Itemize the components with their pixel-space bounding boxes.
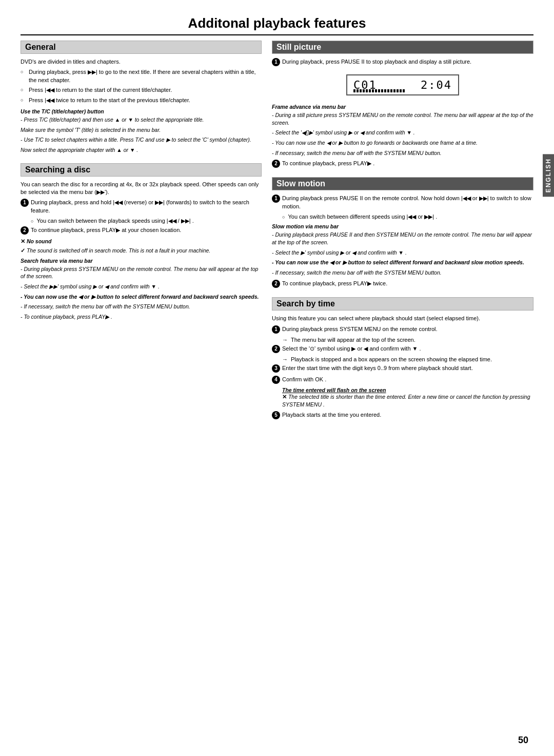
slow-step-2-text: To continue playback, press PLAY▶ twice.: [282, 280, 533, 287]
english-tab: ENGLISH: [543, 154, 554, 197]
slow-step-1-sub: You can switch between different speeds …: [282, 214, 533, 220]
tc-line-1: - Press T/C (title/chapter) and then use…: [21, 116, 262, 124]
sf-line-5: - To continue playback, press PLAY▶ .: [21, 313, 262, 321]
general-header: General: [21, 41, 262, 54]
sf-line-2: - Select the ▶▶' symbol using ▶ or ◀ and…: [21, 283, 262, 290]
no-sound-box: No sound The sound is switched off in se…: [21, 238, 262, 254]
searching-header: Searching a disc: [21, 163, 262, 177]
search-step-1-text: During playback, press and hold |◀◀ (rev…: [31, 199, 262, 215]
fa-line-1: - During a still picture press SYSTEM ME…: [272, 111, 533, 126]
fa-line-2: - Select the '◀[]▶' symbol using ▶ or ◀ …: [272, 129, 533, 137]
still-picture-section: Still picture 1 During playback, press P…: [272, 41, 533, 168]
sbt-step-2-text: Select the '⊙' symbol using ▶ or ◀ and c…: [282, 345, 533, 353]
tc-line-3: - Use T/C to select chapters within a ti…: [21, 136, 262, 144]
sbt-step-2: 2 Select the '⊙' symbol using ▶ or ◀ and…: [272, 345, 533, 353]
fa-line-3: - You can now use the ◀ or ▶ button to g…: [272, 139, 533, 147]
sf-line-3: - You can now use the ◀ or ▶ button to s…: [21, 293, 262, 301]
time-entered-title: The time entered will flash on the scree…: [282, 387, 533, 393]
no-sound-title: No sound: [21, 238, 262, 245]
time-entered-box: The time entered will flash on the scree…: [282, 387, 533, 408]
tc-line-2: Make sure the symbol 'T' (title) is sele…: [21, 126, 262, 134]
frame-advance-box: Frame advance via menu bar - During a st…: [272, 104, 533, 157]
sbt-step-3: 3 Enter the start time with the digit ke…: [272, 364, 533, 373]
step-num-1: 1: [21, 199, 29, 207]
sbt-step-num-1: 1: [272, 325, 280, 334]
search-by-time-section: Search by time Using this feature you ca…: [272, 297, 533, 420]
page-number: 50: [518, 735, 528, 746]
slow-motion-section: Slow motion 1 During playback press PAUS…: [272, 177, 533, 287]
sf-line-4: - If necessary, switch the menu bar off …: [21, 303, 262, 311]
search-by-time-header: Search by time: [272, 297, 533, 311]
sm-line-1: - During playback press PAUSE II and the…: [272, 231, 533, 246]
sbt-step-num-5: 5: [272, 411, 280, 419]
search-feature-box: Search feature via menu bar - During pla…: [21, 258, 262, 321]
still-step-1: 1 During playback, press PAUSE II to sto…: [272, 58, 533, 66]
general-bullet-1: During playback, press ▶▶| to go to the …: [21, 68, 262, 84]
search-step-1: 1 During playback, press and hold |◀◀ (r…: [21, 199, 262, 215]
sf-line-1: - During playback press SYSTEM MENU on t…: [21, 265, 262, 280]
still-picture-header: Still picture: [272, 41, 533, 54]
left-column: General DVD's are divided in titles and …: [21, 41, 262, 429]
display-right: 2:04: [421, 79, 452, 91]
general-section: General DVD's are divided in titles and …: [21, 41, 262, 154]
sbt-step-2-arrow: Playback is stopped and a box appears on…: [282, 356, 533, 362]
sbt-step-1-text: During playback press SYSTEM MENU on the…: [282, 325, 533, 333]
search-step-1-sub-text: You can switch between the playback spee…: [36, 218, 193, 224]
general-intro: DVD's are divided in titles and chapters…: [21, 58, 262, 66]
slow-motion-header: Slow motion: [272, 177, 533, 190]
still-step-num-2: 2: [272, 160, 280, 168]
sbt-step-5-text: Playback starts at the time you entered.: [282, 411, 533, 419]
slow-step-num-2: 2: [272, 280, 280, 288]
sm-line-3: - You can now use the ◀ or ▶ button to s…: [272, 259, 533, 266]
searching-intro: You can search the disc for a recording …: [21, 181, 262, 197]
sbt-step-1: 1 During playback press SYSTEM MENU on t…: [272, 325, 533, 334]
sbt-step-4: 4 Confirm with OK .: [272, 376, 533, 384]
slow-step-1-sub-text: You can switch between different speeds …: [288, 214, 437, 220]
still-step-1-text: During playback, press PAUSE II to stop …: [282, 58, 533, 66]
sbt-step-1-arrow-text: The menu bar will appear at the top of t…: [291, 337, 416, 343]
general-bullets: During playback, press ▶▶| to go to the …: [21, 68, 262, 104]
sbt-step-2-arrow-text: Playback is stopped and a box appears on…: [291, 356, 492, 362]
sbt-step-4-text: Confirm with OK .: [282, 376, 533, 383]
time-entered-note: The selected title is shorter than the t…: [282, 393, 533, 408]
sbt-step-5: 5 Playback starts at the time you entere…: [272, 411, 533, 419]
sbt-step-num-2: 2: [272, 345, 280, 353]
fa-line-4: - If necessary, switch the menu bar off …: [272, 149, 533, 157]
tc-line-4: Now select the appropriate chapter with …: [21, 146, 262, 154]
sbt-intro: Using this feature you can select where …: [272, 315, 533, 322]
still-step-2: 2 To continue playback, press PLAY▶ .: [272, 160, 533, 168]
still-step-num-1: 1: [272, 58, 280, 66]
slow-step-1-text: During playback press PAUSE II on the re…: [282, 195, 533, 210]
slow-step-1: 1 During playback press PAUSE II on the …: [272, 195, 533, 210]
right-column: Still picture 1 During playback, press P…: [272, 41, 533, 429]
step-num-2: 2: [21, 226, 29, 235]
tc-button-title: Use the T/C (title/chapter) button: [21, 108, 262, 114]
search-step-2-text: To continue playback, press PLAY▶ at you…: [31, 226, 262, 234]
search-step-2: 2 To continue playback, press PLAY▶ at y…: [21, 226, 262, 235]
slow-step-num-1: 1: [272, 195, 280, 203]
sbt-step-1-arrow: The menu bar will appear at the top of t…: [282, 337, 533, 343]
slow-step-2: 2 To continue playback, press PLAY▶ twic…: [272, 280, 533, 288]
slow-motion-box-title: Slow motion via menu bar: [272, 223, 533, 229]
tc-button-box: Use the T/C (title/chapter) button - Pre…: [21, 108, 262, 154]
still-display: C01 2:04: [346, 74, 459, 95]
still-step-2-text: To continue playback, press PLAY▶ .: [282, 160, 533, 167]
general-bullet-2: Press |◀◀ to return to the start of the …: [21, 86, 262, 94]
general-bullet-3: Press |◀◀ twice to return to the start o…: [21, 96, 262, 104]
search-step-1-sub: You can switch between the playback spee…: [31, 218, 262, 224]
sbt-step-3-text: Enter the start time with the digit keys…: [282, 364, 533, 372]
searching-section: Searching a disc You can search the disc…: [21, 163, 262, 321]
sm-line-4: - If necessary, switch the menu bar off …: [272, 269, 533, 277]
sm-line-2: - Select the ▶' symbol using ▶ or ◀ and …: [272, 249, 533, 257]
slow-motion-box: Slow motion via menu bar - During playba…: [272, 223, 533, 276]
frame-advance-title: Frame advance via menu bar: [272, 104, 533, 110]
progress-bars: [353, 89, 405, 92]
page: ENGLISH Additonal playback features Gene…: [0, 0, 554, 756]
sbt-step-num-3: 3: [272, 364, 280, 373]
no-sound-text: The sound is switched off in search mode…: [21, 247, 262, 255]
sbt-step-num-4: 4: [272, 376, 280, 384]
page-title: Additonal playback features: [21, 15, 533, 35]
still-display-area: C01 2:04: [272, 69, 533, 101]
search-feature-title: Search feature via menu bar: [21, 258, 262, 264]
